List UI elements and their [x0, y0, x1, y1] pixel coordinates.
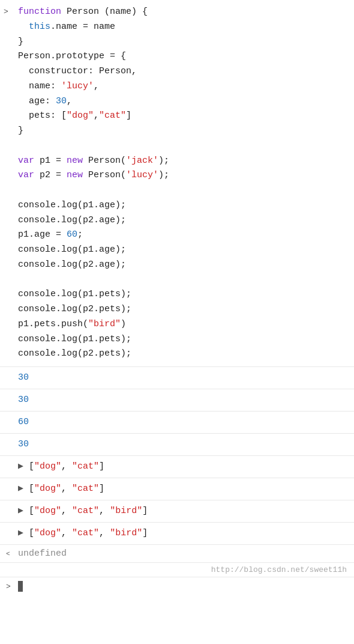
bracket-open-1: [	[29, 461, 34, 472]
code-line-10-end: );	[158, 156, 169, 166]
code-line-5-text: constructor: Person,	[18, 66, 137, 76]
code-line-23: console.log(p2.pets);	[18, 347, 347, 362]
code-line-13: console.log(p1.age);	[18, 198, 347, 213]
cursor	[18, 581, 23, 592]
arr4-c2: ,	[99, 528, 110, 538]
arr4-str2: "cat"	[72, 528, 99, 538]
string-lucy: 'lucy'	[126, 170, 158, 180]
code-line-10: var p1 = new Person('jack');	[18, 154, 347, 169]
code-line-14-text: console.log(p2.age);	[18, 215, 126, 225]
code-line-17-text: console.log(p2.age);	[18, 260, 126, 270]
code-line-1: function Person (name) {	[18, 5, 347, 20]
code-line-14: console.log(p2.age);	[18, 213, 347, 228]
code-line-8: pets: ["dog","cat"]	[18, 109, 347, 124]
code-block: > function Person (name) { this.name = n…	[0, 0, 354, 367]
code-line-6: name: 'lucy',	[18, 79, 347, 94]
string-bird: "bird"	[88, 319, 121, 329]
string-dog: "dog"	[67, 111, 94, 121]
code-line-10-r1: p1 =	[34, 156, 67, 166]
code-line-1-rest: Person (name) {	[61, 7, 148, 17]
code-line-2-rest: .name = name	[50, 22, 115, 32]
keyword-this: this	[29, 22, 50, 32]
keyword-new-p2: new	[67, 170, 83, 180]
comma-1: ,	[94, 111, 99, 121]
code-line-20-text: console.log(p2.pets);	[18, 304, 131, 314]
output-value-2: 30	[18, 395, 29, 405]
code-line-11: var p2 = new Person('lucy');	[18, 168, 347, 183]
keyword-new-p1: new	[67, 156, 83, 166]
string-jack: 'jack'	[126, 156, 158, 166]
less-than-symbol: <	[6, 550, 10, 557]
code-blank-1	[18, 139, 347, 154]
arr1-str2: "cat"	[72, 461, 99, 472]
url-text: http://blog.csdn.net/sweet11h	[211, 565, 347, 574]
url-row: http://blog.csdn.net/sweet11h	[0, 563, 354, 577]
code-line-19-text: console.log(p1.pets);	[18, 289, 131, 299]
number-30-proto: 30	[56, 96, 67, 106]
output-array-3: ▶ ["dog", "cat", "bird"]	[18, 506, 148, 516]
code-line-10-r2: Person(	[83, 156, 126, 166]
output-row-2: 30	[0, 389, 354, 412]
undefined-text: undefined	[18, 548, 67, 559]
arr4-str1: "dog"	[34, 528, 61, 538]
output-array-row-3: ▶ ["dog", "cat", "bird"]	[0, 500, 354, 523]
code-line-9: }	[18, 124, 347, 139]
code-line-9-text: }	[18, 126, 23, 136]
output-array-2: ▶ ["dog", "cat"]	[18, 484, 104, 494]
output-value-4: 30	[18, 439, 29, 449]
keyword-var-p1: var	[18, 156, 34, 166]
bracket-close-3: ]	[142, 506, 148, 516]
arrow-1[interactable]: ▶	[18, 461, 23, 472]
output-value-1: 30	[18, 372, 29, 383]
code-line-23-text: console.log(p2.pets);	[18, 348, 131, 359]
output-array-row-2: ▶ ["dog", "cat"]	[0, 478, 354, 500]
code-line-7-post: ,	[67, 96, 72, 106]
code-line-6-pre: name:	[18, 81, 61, 91]
code-line-22: console.log(p1.pets);	[18, 332, 347, 347]
code-blank-2	[18, 183, 347, 198]
bracket-close-1: ]	[99, 461, 104, 472]
code-line-11-r2: Person(	[83, 170, 126, 180]
keyword-function: function	[18, 7, 61, 17]
bracket-open-2: [	[29, 484, 34, 494]
arrow-2[interactable]: ▶	[18, 484, 23, 494]
keyword-var-p2: var	[18, 170, 34, 180]
arrow-4[interactable]: ▶	[18, 528, 23, 538]
input-row[interactable]: >	[0, 577, 354, 595]
undefined-row: < undefined	[0, 545, 354, 563]
code-line-8-post: ]	[126, 111, 131, 121]
output-row-4: 30	[0, 434, 354, 456]
code-line-4: Person.prototype = {	[18, 49, 347, 64]
output-array-row-4: ▶ ["dog", "cat", "bird"]	[0, 523, 354, 545]
number-60: 60	[67, 229, 77, 240]
arr1-str1: "dog"	[34, 461, 61, 472]
output-row-3: 60	[0, 412, 354, 434]
code-line-17: console.log(p2.age);	[18, 258, 347, 273]
indent-2	[18, 22, 29, 32]
output-array-4: ▶ ["dog", "cat", "bird"]	[18, 528, 148, 538]
bracket-close-4: ]	[142, 528, 148, 538]
arrow-3[interactable]: ▶	[18, 506, 23, 516]
arr2-str2: "cat"	[72, 484, 99, 494]
arr3-str3: "bird"	[110, 506, 142, 516]
code-line-3: }	[18, 35, 347, 50]
arr1-c1: ,	[61, 461, 72, 472]
code-line-3-text: }	[18, 37, 23, 47]
bracket-open-4: [	[29, 528, 34, 538]
arr2-str1: "dog"	[34, 484, 61, 494]
code-line-20: console.log(p2.pets);	[18, 302, 347, 317]
code-line-21-pre: p1.pets.push(	[18, 319, 88, 329]
arr3-str1: "dog"	[34, 506, 61, 516]
input-prompt-symbol: >	[6, 582, 11, 591]
arr3-c1: ,	[61, 506, 72, 516]
code-line-15: p1.age = 60;	[18, 228, 347, 243]
output-array-row-1: ▶ ["dog", "cat"]	[0, 456, 354, 478]
code-line-7: age: 30,	[18, 94, 347, 109]
output-value-3: 60	[18, 417, 29, 427]
code-line-16: console.log(p1.age);	[18, 243, 347, 258]
code-line-15-post: ;	[77, 229, 83, 240]
string-cat: "cat"	[99, 111, 126, 121]
code-line-2: this.name = name	[18, 20, 347, 35]
output-row-1: 30	[0, 367, 354, 389]
code-line-11-end: );	[158, 170, 169, 180]
